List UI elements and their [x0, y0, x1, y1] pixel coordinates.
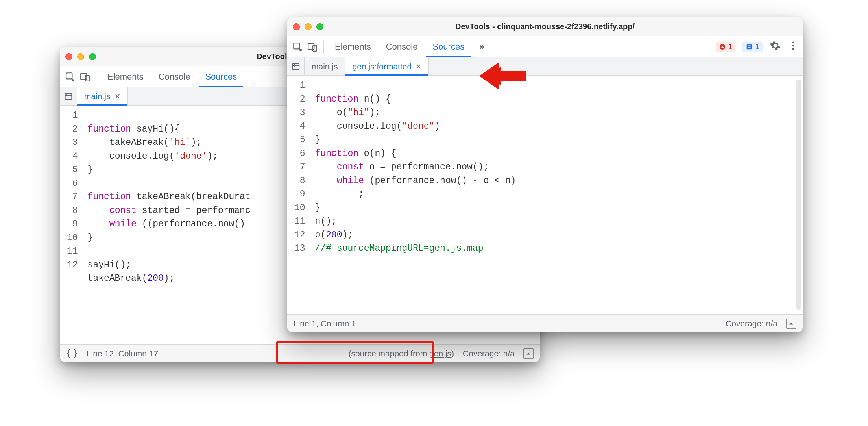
window-title: DevTools - clinquant-mousse-2f2396.netli… [287, 22, 803, 31]
file-tab-gen-js-formatted[interactable]: gen.js:formatted ✕ [345, 57, 429, 75]
panel-tab-console[interactable]: Console [152, 68, 197, 86]
panel-tab-sources[interactable]: Sources [426, 38, 471, 56]
kebab-menu-icon[interactable] [788, 40, 799, 54]
device-toggle-icon[interactable] [79, 70, 91, 83]
minimize-window-button[interactable] [305, 23, 312, 30]
file-tab-label: gen.js:formatted [353, 62, 412, 71]
svg-rect-2 [85, 75, 89, 81]
file-tab-main-js[interactable]: main.js [305, 57, 345, 75]
titlebar: DevTools - clinquant-mousse-2f2396.netli… [287, 17, 803, 36]
svg-rect-6 [313, 45, 317, 51]
cursor-position: Line 1, Column 1 [294, 319, 356, 328]
pretty-print-icon[interactable] [66, 348, 78, 359]
error-count-badge[interactable]: 1 [716, 42, 736, 52]
panel-tab-elements[interactable]: Elements [101, 68, 150, 86]
panel-more-button[interactable]: » [473, 38, 490, 56]
close-icon[interactable]: ✕ [416, 62, 421, 71]
device-toggle-icon[interactable] [306, 41, 319, 53]
status-bar: Line 1, Column 1 Coverage: n/a [287, 314, 803, 332]
devtools-window-b: DevTools - clinquant-mousse-2f2396.netli… [287, 17, 803, 332]
settings-icon[interactable] [770, 40, 781, 54]
maximize-window-button[interactable] [316, 23, 323, 30]
issue-count-badge[interactable]: 1 [742, 42, 763, 52]
window-controls [293, 23, 323, 30]
svg-rect-10 [748, 47, 751, 48]
window-controls [65, 53, 96, 60]
scrollbar[interactable] [796, 80, 801, 310]
file-tab-main-js[interactable]: main.js ✕ [77, 87, 128, 105]
svg-rect-3 [65, 93, 72, 99]
maximize-window-button[interactable] [89, 53, 96, 60]
close-window-button[interactable] [65, 53, 72, 60]
svg-rect-14 [292, 63, 299, 69]
panel-tab-elements[interactable]: Elements [329, 38, 377, 56]
code-content[interactable]: function n() { o("hi"); console.log("don… [310, 76, 803, 314]
error-count: 1 [728, 43, 733, 51]
separator [323, 40, 324, 54]
file-tab-label: main.js [312, 62, 338, 71]
panel-tab-sources[interactable]: Sources [199, 68, 243, 86]
source-mapped-label: (source mapped from gen.js) [349, 349, 454, 358]
panel-tabs: Elements Console Sources » 1 1 [287, 36, 803, 57]
coverage-label: Coverage: n/a [463, 349, 515, 358]
svg-point-12 [792, 44, 794, 46]
navigator-pane-toggle[interactable] [287, 57, 305, 75]
inspect-icon[interactable] [291, 41, 304, 53]
close-icon[interactable]: ✕ [115, 92, 120, 101]
file-tab-label: main.js [84, 92, 111, 101]
status-bar: Line 12, Column 17 (source mapped from g… [60, 344, 540, 362]
show-drawer-icon[interactable] [786, 319, 796, 329]
panel-tab-console[interactable]: Console [380, 38, 424, 56]
show-drawer-icon[interactable] [523, 348, 534, 359]
inspect-icon[interactable] [64, 70, 76, 83]
source-file-tabs: main.js gen.js:formatted ✕ [287, 57, 803, 76]
cursor-position: Line 12, Column 17 [87, 349, 158, 358]
svg-rect-9 [748, 45, 751, 46]
line-gutter: 12345678910111213 [287, 76, 310, 314]
svg-point-11 [792, 41, 794, 43]
line-gutter: 123456789101112 [60, 106, 83, 344]
code-editor[interactable]: 12345678910111213 function n() { o("hi")… [287, 76, 803, 314]
close-window-button[interactable] [293, 23, 300, 30]
separator [96, 70, 96, 83]
navigator-pane-toggle[interactable] [60, 87, 77, 105]
svg-point-13 [792, 48, 794, 50]
source-map-link[interactable]: gen.js [429, 349, 451, 358]
coverage-label: Coverage: n/a [726, 319, 778, 328]
minimize-window-button[interactable] [77, 53, 84, 60]
issue-count: 1 [755, 43, 759, 51]
